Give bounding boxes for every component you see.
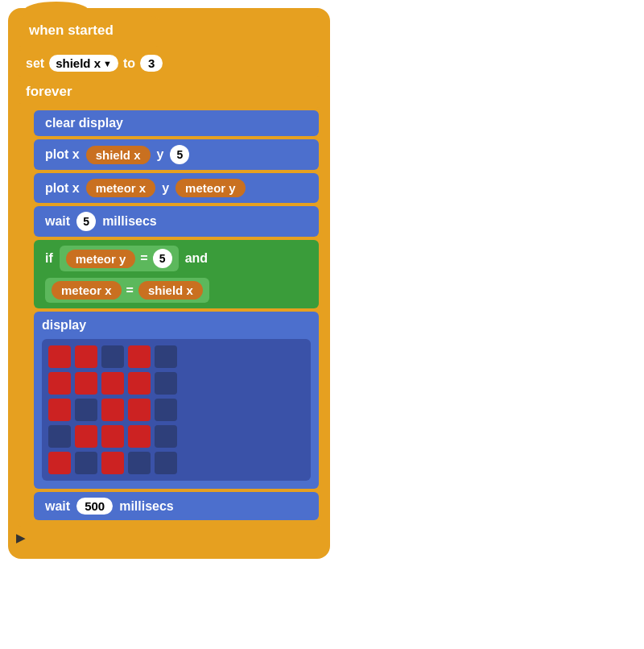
cond2-eq: = [126, 283, 134, 298]
plot1-y: y [157, 147, 164, 162]
wait1-suffix: millisecs [102, 214, 157, 229]
led-cell [101, 399, 124, 421]
display-label: display [42, 318, 311, 333]
wait2-block: wait 500 millisecs [34, 492, 319, 520]
led-cell [75, 372, 97, 395]
led-cell [101, 452, 124, 474]
led-cell [155, 425, 177, 448]
to-label: to [123, 56, 135, 71]
cond2-right[interactable]: shield x [138, 281, 203, 300]
wait2-prefix: wait [45, 499, 70, 514]
forever-label: forever [26, 84, 72, 99]
led-cell [155, 399, 177, 421]
wait2-suffix: millisecs [119, 499, 174, 514]
led-cell [101, 425, 124, 448]
led-cell [128, 425, 151, 448]
clear-display-block: clear display [34, 110, 319, 136]
led-cell [48, 425, 71, 448]
if-label: if [45, 251, 53, 266]
and-label: and [185, 251, 208, 266]
plot1-block: plot x shield x y 5 [34, 139, 319, 170]
plot2-block: plot x meteor x y meteor y [34, 173, 319, 203]
forever-block: forever [16, 80, 82, 104]
wait1-block: wait 5 millisecs [34, 206, 319, 237]
led-cell [101, 372, 124, 395]
led-cell [155, 452, 177, 474]
led-cell [48, 372, 71, 395]
plot1-prefix: plot x [45, 147, 80, 162]
plot2-var2[interactable]: meteor y [175, 179, 246, 197]
inner-blocks: clear display plot x shield x y 5 plot x… [16, 107, 322, 527]
clear-display-label: clear display [45, 116, 123, 130]
if-block: if meteor y = 5 and meteor x = shield x [34, 240, 319, 308]
led-grid [42, 339, 311, 481]
plot2-var1[interactable]: meteor x [86, 179, 156, 197]
plot2-y: y [162, 181, 169, 196]
variable-dropdown[interactable]: shield x ▼ [49, 55, 118, 72]
led-cell [75, 345, 97, 368]
variable-label: shield x [56, 56, 101, 70]
cond1-eq: = [140, 251, 147, 266]
cond2-left[interactable]: meteor x [52, 281, 122, 300]
set-block: set shield x ▼ to 3 [16, 50, 322, 76]
condition1-group: meteor y = 5 [60, 246, 179, 271]
cond1-right[interactable]: 5 [153, 249, 172, 268]
condition2-group: meteor x = shield x [45, 278, 209, 303]
led-cell [101, 345, 124, 368]
dropdown-arrow-icon: ▼ [103, 59, 112, 68]
led-cell [128, 345, 151, 368]
display-block: display [34, 312, 319, 489]
led-cell [48, 452, 71, 474]
led-cell [75, 452, 97, 474]
led-cell [48, 399, 71, 421]
wait1-prefix: wait [45, 214, 70, 229]
plot1-var1[interactable]: shield x [86, 146, 151, 164]
plot1-val1[interactable]: 5 [170, 145, 189, 164]
wait1-value[interactable]: 5 [76, 212, 96, 231]
led-cell [48, 345, 71, 368]
set-value[interactable]: 3 [140, 55, 163, 72]
cond1-left[interactable]: meteor y [66, 250, 136, 268]
led-cell [128, 452, 151, 474]
led-cell [75, 399, 97, 421]
hat-label: when started [29, 23, 114, 38]
hat-block: when started [16, 16, 161, 47]
led-cell [75, 425, 97, 448]
main-container: when started set shield x ▼ to 3 forever… [8, 8, 330, 559]
led-cell [155, 372, 177, 395]
bottom-arrow: ▶ [16, 531, 322, 544]
led-cell [128, 372, 151, 395]
wait2-value[interactable]: 500 [76, 498, 113, 515]
led-cell [155, 345, 177, 368]
set-prefix: set [26, 56, 44, 71]
plot2-prefix: plot x [45, 181, 80, 196]
led-cell [128, 399, 151, 421]
